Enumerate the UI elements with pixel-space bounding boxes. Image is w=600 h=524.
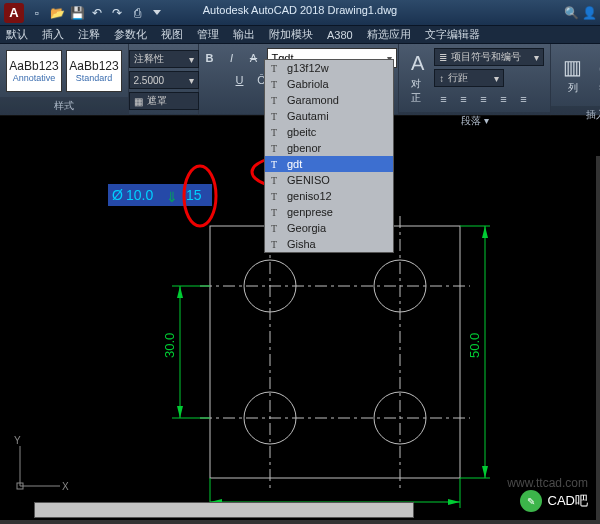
font-option-selected[interactable]: gdt xyxy=(265,156,393,172)
font-option[interactable]: Georgia xyxy=(265,220,393,236)
font-dropdown-list[interactable]: g13f12w Gabriola Garamond Gautami gbeitc… xyxy=(264,59,394,253)
qat-redo-icon[interactable]: ↷ xyxy=(110,6,124,20)
svg-marker-15 xyxy=(177,286,183,298)
inplace-text-editor[interactable]: Ø 10.0 ⇓ 15 xyxy=(108,184,212,206)
panel-insert: ▥列 @符号 ▭字段 插入 xyxy=(551,44,600,115)
font-option[interactable]: GENISO xyxy=(265,172,393,188)
search-icon[interactable]: 🔍 xyxy=(564,6,578,20)
ribbon-tabs: 默认 插入 注释 参数化 视图 管理 输出 附加模块 A380 精选应用 文字编… xyxy=(0,26,600,44)
dim-left: 30.0 xyxy=(162,286,210,418)
tab-annotate[interactable]: 注释 xyxy=(78,27,100,42)
app-icon[interactable]: A xyxy=(4,3,24,23)
tab-featured[interactable]: 精选应用 xyxy=(367,27,411,42)
svg-text:10.0: 10.0 xyxy=(126,187,153,203)
text-height-combo[interactable]: 2.5000▾ xyxy=(129,71,199,89)
annotative-combo[interactable]: 注释性▾ xyxy=(129,50,199,68)
style-annotative[interactable]: AaBb123 Annotative xyxy=(6,50,62,92)
column-button[interactable]: ▥列 xyxy=(557,55,588,95)
font-option[interactable]: gbenor xyxy=(265,140,393,156)
italic-button[interactable]: I xyxy=(223,49,241,67)
panel-height: 注释性▾ 2.5000▾ ▦遮罩 xyxy=(129,44,199,115)
svg-marker-16 xyxy=(177,406,183,418)
tab-default[interactable]: 默认 xyxy=(6,27,28,42)
align-left-button[interactable]: ≡ xyxy=(434,90,452,108)
part-outline xyxy=(210,226,460,478)
font-option[interactable]: Gabriola xyxy=(265,76,393,92)
strike-button[interactable]: A xyxy=(245,49,263,67)
signin-icon[interactable]: 👤 xyxy=(582,6,596,20)
align-dist-button[interactable]: ≡ xyxy=(514,90,532,108)
font-option[interactable]: Gisha xyxy=(265,236,393,252)
svg-marker-8 xyxy=(448,499,460,505)
panel-paragraph-title: 段落 ▾ xyxy=(399,112,550,130)
align-center-button[interactable]: ≡ xyxy=(454,90,472,108)
symbol-button[interactable]: @符号 xyxy=(592,56,600,95)
wechat-icon: ✎ xyxy=(520,490,542,512)
dim-right: 50.0 xyxy=(467,226,488,478)
svg-text:X: X xyxy=(62,481,69,492)
command-line[interactable] xyxy=(34,502,414,518)
panel-paragraph: A对正 ≣项目符号和编号▾ ↕行距▾ ≡ ≡ ≡ ≡ ≡ 段落 ▾ xyxy=(399,44,551,115)
bold-button[interactable]: B xyxy=(201,49,219,67)
style-standard[interactable]: AaBb123 Standard xyxy=(66,50,122,92)
svg-text:Y: Y xyxy=(14,436,21,446)
window-title: Autodesk AutoCAD 2018 Drawing1.dwg xyxy=(203,4,397,16)
panel-style-title: 样式 xyxy=(0,97,128,115)
svg-text:15: 15 xyxy=(186,187,202,203)
bullets-combo[interactable]: ≣项目符号和编号▾ xyxy=(434,48,544,66)
svg-marker-19 xyxy=(482,226,488,238)
tab-view[interactable]: 视图 xyxy=(161,27,183,42)
linespacing-combo[interactable]: ↕行距▾ xyxy=(434,69,504,87)
ucs-icon: X Y xyxy=(10,436,70,496)
credit-text: CAD吧 xyxy=(548,492,588,510)
svg-text:30.0: 30.0 xyxy=(162,333,177,358)
svg-marker-20 xyxy=(482,466,488,478)
font-option[interactable]: Gautami xyxy=(265,108,393,124)
title-bar: A ▫ 📂 💾 ↶ ↷ ⎙ Autodesk AutoCAD 2018 Draw… xyxy=(0,0,600,26)
font-option[interactable]: gbeitc xyxy=(265,124,393,140)
font-option[interactable]: geniso12 xyxy=(265,188,393,204)
font-option[interactable]: g13f12w xyxy=(265,60,393,76)
qat-undo-icon[interactable]: ↶ xyxy=(90,6,104,20)
quick-access-toolbar: ▫ 📂 💾 ↶ ↷ ⎙ xyxy=(30,6,164,20)
watermark: www.ttcad.com xyxy=(507,476,588,490)
qat-new-icon[interactable]: ▫ xyxy=(30,6,44,20)
align-right-button[interactable]: ≡ xyxy=(474,90,492,108)
qat-more-icon[interactable] xyxy=(150,6,164,20)
tab-manage[interactable]: 管理 xyxy=(197,27,219,42)
panel-style: AaBb123 Annotative AaBb123 Standard 样式 xyxy=(0,44,129,115)
tab-text-editor[interactable]: 文字编辑器 xyxy=(425,27,480,42)
tab-output[interactable]: 输出 xyxy=(233,27,255,42)
svg-text:50.0: 50.0 xyxy=(467,333,482,358)
svg-text:Ø: Ø xyxy=(112,187,123,203)
svg-text:⇓: ⇓ xyxy=(166,189,178,205)
tab-a380[interactable]: A380 xyxy=(327,29,353,41)
justify-button[interactable]: A对正 xyxy=(405,52,430,105)
font-option[interactable]: Garamond xyxy=(265,92,393,108)
tab-addins[interactable]: 附加模块 xyxy=(269,27,313,42)
qat-save-icon[interactable]: 💾 xyxy=(70,6,84,20)
tab-parametric[interactable]: 参数化 xyxy=(114,27,147,42)
tab-insert[interactable]: 插入 xyxy=(42,27,64,42)
align-justify-button[interactable]: ≡ xyxy=(494,90,512,108)
qat-print-icon[interactable]: ⎙ xyxy=(130,6,144,20)
credit-badge: ✎ CAD吧 xyxy=(520,490,588,512)
mask-button[interactable]: ▦遮罩 xyxy=(129,92,199,110)
underline-button[interactable]: U xyxy=(231,71,249,89)
font-option[interactable]: genprese xyxy=(265,204,393,220)
qat-open-icon[interactable]: 📂 xyxy=(50,6,64,20)
panel-insert-title: 插入 xyxy=(551,106,600,124)
